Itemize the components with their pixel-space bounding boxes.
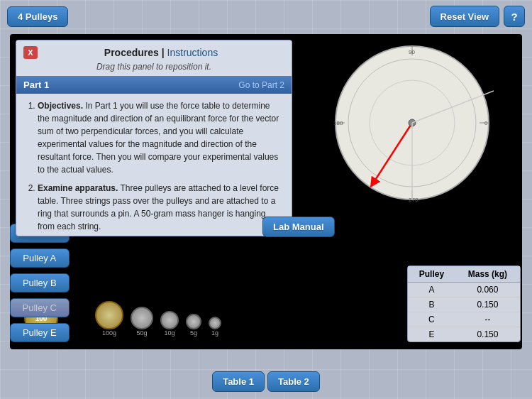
- procedure-item-1: Objectives. In Part 1 you will use the f…: [38, 99, 283, 176]
- svg-text:0: 0: [484, 120, 488, 126]
- top-bar: 4 Pulleys Reset View ?: [0, 6, 532, 27]
- protractor-svg: 90 270 180 0: [331, 41, 494, 204]
- table-row: C --: [408, 312, 520, 327]
- mass-5g: 5g: [186, 314, 201, 337]
- reset-view-button[interactable]: Reset View: [430, 6, 499, 27]
- panel-content: Objectives. In Part 1 you will use the f…: [16, 94, 292, 236]
- table-row: B 0.150: [408, 297, 520, 312]
- svg-text:270: 270: [409, 197, 419, 203]
- mass-10g: 10g: [160, 311, 179, 337]
- table-row: E 0.150: [408, 327, 520, 342]
- mass-1g-label: 1g: [211, 329, 218, 337]
- pulley-e-name: E: [408, 327, 455, 342]
- mass-disks-container: 100g 50g 10g 5g 1g: [95, 301, 221, 337]
- mass-50g: 50g: [131, 307, 153, 337]
- procedure-1-text: In Part 1 you will use the force table t…: [38, 101, 279, 175]
- part-header: Part 1 Go to Part 2: [16, 76, 292, 94]
- col-mass: Mass (kg): [455, 266, 520, 283]
- svg-text:180: 180: [333, 120, 343, 126]
- help-button[interactable]: ?: [504, 6, 525, 27]
- instructions-link[interactable]: Instructions: [167, 47, 218, 58]
- pulley-c-button: Pulley C: [10, 298, 70, 317]
- procedure-2-heading: Examine apparatus.: [38, 183, 118, 193]
- panel-title: Procedures | Instructions: [38, 47, 284, 58]
- mass-10g-label: 10g: [164, 329, 174, 337]
- pulley-b-name: B: [408, 297, 455, 312]
- pulley-b-mass: 0.150: [455, 297, 520, 312]
- pulley-c-name: C: [408, 312, 455, 327]
- mass-1g: 1g: [209, 317, 221, 337]
- pulley-e-mass: 0.150: [455, 327, 520, 342]
- pulley-b-button[interactable]: Pulley B: [10, 273, 70, 293]
- pulleys-button[interactable]: 4 Pulleys: [7, 6, 68, 27]
- procedure-1-heading: Objectives.: [38, 101, 83, 111]
- panel-header: X Procedures | Instructions: [16, 40, 292, 60]
- pulley-c-mass: --: [455, 312, 520, 327]
- left-sidebar: Side View Pulley A Pulley B Pulley C Pul…: [10, 224, 70, 342]
- svg-text:90: 90: [409, 49, 415, 55]
- lab-manual-button[interactable]: Lab Manual: [262, 217, 335, 237]
- mass-50g-label: 50g: [136, 329, 147, 337]
- table2-button[interactable]: Table 2: [267, 371, 320, 392]
- pulley-a-name: A: [408, 283, 455, 297]
- top-right-controls: Reset View ?: [430, 6, 525, 27]
- bottom-bar: Table 1 Table 2: [0, 371, 532, 392]
- drag-hint: Drag this panel to reposition it.: [16, 60, 292, 76]
- procedures-panel: X Procedures | Instructions Drag this pa…: [16, 40, 292, 236]
- mass-5g-label: 5g: [190, 329, 197, 337]
- go-to-part2-link[interactable]: Go to Part 2: [238, 80, 284, 90]
- pulley-a-mass: 0.060: [455, 283, 520, 297]
- procedure-item-2: Examine apparatus. Three pulleys are att…: [38, 182, 283, 233]
- pulley-e-button[interactable]: Pulley E: [10, 323, 70, 342]
- pulley-mass-table: Pulley Mass (kg) A 0.060 B 0.150 C -- E …: [407, 266, 521, 342]
- pulley-a-button[interactable]: Pulley A: [10, 248, 70, 268]
- col-pulley: Pulley: [408, 266, 455, 283]
- part-label: Part 1: [23, 80, 49, 90]
- lab-manual-container: Lab Manual: [262, 217, 335, 237]
- mass-100g: 100g: [95, 301, 123, 337]
- table-row: A 0.060: [408, 283, 520, 297]
- table1-button[interactable]: Table 1: [212, 371, 265, 392]
- mass-100g-label: 100g: [102, 329, 116, 337]
- close-panel-button[interactable]: X: [23, 46, 38, 59]
